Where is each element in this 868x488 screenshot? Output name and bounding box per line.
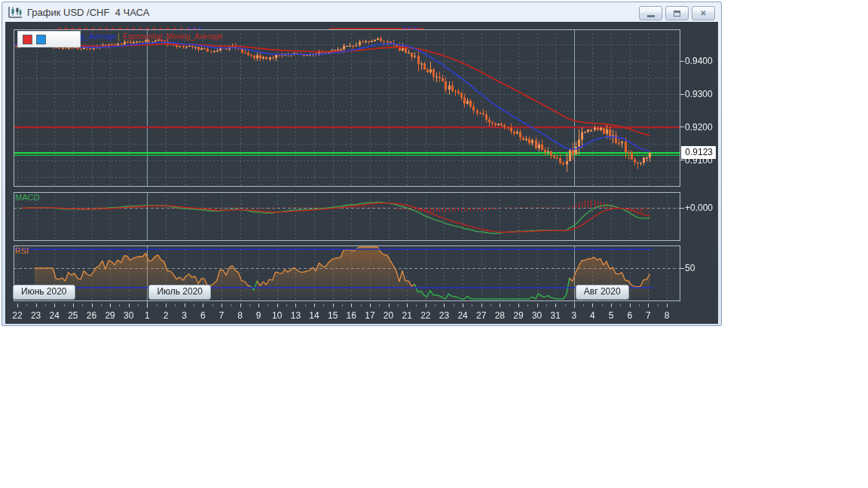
- x-axis-label: 4: [590, 310, 595, 321]
- legend-ema-slow-label[interactable]: Exponential_Moving_Average: [123, 32, 223, 41]
- x-axis-label: 28: [495, 310, 505, 321]
- x-axis-label: 31: [551, 310, 561, 321]
- close-button[interactable]: ✕: [692, 6, 715, 20]
- x-axis-label: 1: [145, 310, 150, 321]
- price-axis-label: 0.9300: [685, 89, 713, 99]
- month-label[interactable]: Авг 2020: [576, 285, 629, 300]
- x-axis-label: 3: [571, 310, 576, 321]
- x-axis-label: 21: [402, 310, 412, 321]
- rsi-label: RSI: [15, 246, 29, 255]
- x-axis-label: 30: [124, 310, 133, 321]
- month-label[interactable]: Июнь 2020: [13, 285, 75, 300]
- x-axis-label: 20: [384, 310, 393, 321]
- minimize-icon: [647, 15, 655, 17]
- x-axis-label: 3: [182, 310, 187, 321]
- chart-canvas[interactable]: [5, 22, 718, 324]
- x-axis-label: 13: [291, 310, 301, 321]
- price-axis-label: 0.9400: [685, 56, 713, 66]
- x-axis-label: 6: [627, 310, 632, 321]
- restore-button[interactable]: [665, 6, 689, 20]
- red-swatch-icon: [23, 35, 32, 44]
- x-axis-label: 23: [439, 310, 449, 321]
- rsi-mid-label: 50: [685, 263, 695, 273]
- x-axis-label: 27: [476, 310, 486, 321]
- x-axis-label: 26: [87, 310, 96, 321]
- x-axis-label: 8: [237, 310, 243, 321]
- legend-separator: {: [118, 32, 120, 41]
- x-axis-label: 17: [365, 310, 374, 321]
- x-axis-label: 9: [256, 310, 261, 321]
- x-axis-label: 2: [164, 310, 169, 321]
- restore-icon: [674, 11, 680, 17]
- x-axis-label: 22: [12, 310, 22, 321]
- month-label[interactable]: Июль 2020: [148, 285, 211, 300]
- x-axis-label: 23: [31, 310, 41, 321]
- x-axis-label: 29: [105, 310, 115, 321]
- price-axis-label: 0.9200: [685, 122, 713, 133]
- x-axis-label: 6: [200, 310, 206, 321]
- x-axis-label: 7: [219, 310, 225, 321]
- x-axis-label: 7: [646, 310, 651, 321]
- minimize-button[interactable]: [639, 6, 662, 20]
- x-axis-label: 29: [513, 310, 523, 321]
- x-axis-label: 8: [665, 310, 670, 321]
- macd-label: MACD: [15, 193, 39, 202]
- x-axis-label: 24: [457, 310, 467, 321]
- x-axis-label: 16: [347, 310, 356, 321]
- x-axis-label: 10: [272, 310, 282, 321]
- x-axis-label: 15: [328, 310, 338, 321]
- titlebar[interactable]: График USD /CHF 4 ЧАСА ✕: [2, 2, 721, 22]
- x-axis-label: 30: [532, 310, 542, 321]
- candlestick-chart-icon: [8, 6, 23, 18]
- x-axis-label: 5: [609, 310, 614, 321]
- x-axis-label: 24: [50, 310, 60, 321]
- macd-zero-label: +0.000: [685, 203, 713, 213]
- chart-window: График USD /CHF 4 ЧАСА ✕ Exponential_Mov…: [2, 2, 722, 326]
- current-price-tag: 0.9123: [681, 146, 716, 159]
- window-title: График USD /CHF 4 ЧАСА: [27, 7, 149, 18]
- indicator-legend-box[interactable]: [17, 31, 81, 47]
- x-axis-label: 22: [420, 310, 430, 321]
- x-axis-label: 25: [68, 310, 78, 321]
- close-icon: ✕: [700, 10, 706, 17]
- chart-client-area: Exponential_Moving_Average { Exponential…: [5, 22, 718, 324]
- x-axis-label: 14: [309, 310, 319, 321]
- blue-swatch-icon: [36, 35, 46, 44]
